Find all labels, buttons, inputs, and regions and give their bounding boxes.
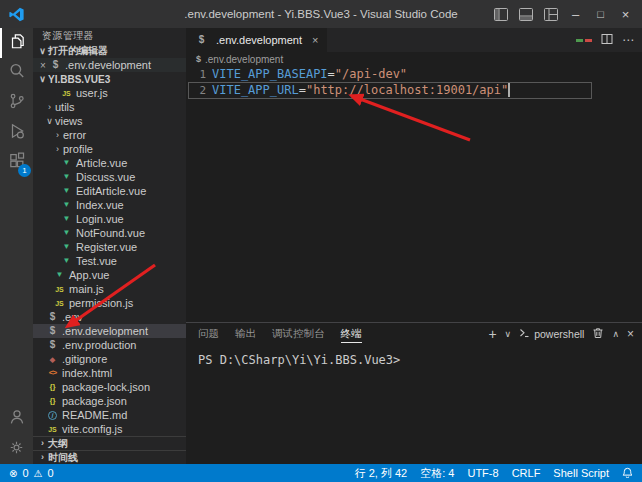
tree-item-.env.production[interactable]: $.env.production — [33, 338, 186, 352]
tree-item-package-lock.json[interactable]: {}package-lock.json — [33, 380, 186, 394]
shell-icon: $ — [195, 35, 208, 45]
tree-item-vite.config.js[interactable]: JSvite.config.js — [33, 422, 186, 436]
terminal-instance-label: powershell — [534, 328, 584, 340]
tree-item-main.js[interactable]: JSmain.js — [33, 282, 186, 296]
chevron-right-icon: › — [37, 439, 48, 448]
tab-env-development[interactable]: $ .env.development × — [186, 28, 328, 52]
tree-item-label: .env — [62, 311, 83, 323]
tree-item-label: profile — [63, 143, 93, 155]
tree-item-Article.vue[interactable]: ▼Article.vue — [33, 156, 186, 170]
search-icon — [8, 62, 26, 84]
cursor-position[interactable]: 行 2, 列 42 — [355, 466, 408, 481]
activity-extensions-button[interactable]: 1 — [0, 148, 33, 178]
activity-search-button[interactable] — [0, 58, 33, 88]
tree-item-Test.vue[interactable]: ▼Test.vue — [33, 254, 186, 268]
code-line[interactable]: 2 VITE_APP_URL="http://localhost:19001/a… — [186, 82, 642, 98]
warnings-count[interactable]: 0 — [47, 467, 53, 479]
tree-item-Index.vue[interactable]: ▼Index.vue — [33, 198, 186, 212]
terminal-instance-item[interactable]: powershell — [519, 328, 584, 340]
tree-item-README.md[interactable]: iREADME.md — [33, 408, 186, 422]
tree-item-label: main.js — [69, 283, 104, 295]
tree-item-profile[interactable]: ›profile — [33, 142, 186, 156]
tree-item-Register.vue[interactable]: ▼Register.vue — [33, 240, 186, 254]
activity-explorer-button[interactable] — [0, 28, 33, 58]
tree-item-EditArticle.vue[interactable]: ▼EditArticle.vue — [33, 184, 186, 198]
tree-item-NotFound.vue[interactable]: ▼NotFound.vue — [33, 226, 186, 240]
customize-layout-icon[interactable] — [538, 2, 563, 26]
close-icon[interactable]: × — [37, 60, 49, 71]
tree-item-label: Login.vue — [76, 213, 124, 225]
notifications-bell-icon[interactable] — [622, 467, 633, 480]
code-editor[interactable]: 1 VITE_APP_BASEAPI="/api-dev" 2 VITE_APP… — [186, 66, 642, 322]
tree-item-Discuss.vue[interactable]: ▼Discuss.vue — [33, 170, 186, 184]
close-icon[interactable]: × — [312, 34, 318, 46]
open-editor-label: .env.development — [65, 59, 151, 71]
tree-item-views[interactable]: ∨views — [33, 114, 186, 128]
vscode-window: .env.development - Yi.BBS.Vue3 - Visual … — [0, 0, 642, 482]
activity-run-debug-button[interactable] — [0, 118, 33, 148]
chevron-down-icon: ∨ — [37, 47, 48, 56]
operator: = — [299, 83, 306, 97]
tree-item-.gitignore[interactable]: ◆.gitignore — [33, 352, 186, 366]
activity-source-control-button[interactable] — [0, 88, 33, 118]
panel-tab-debug-console[interactable]: 调试控制台 — [272, 323, 325, 345]
split-editor-icon[interactable] — [601, 33, 613, 48]
minimize-button[interactable]: – — [563, 2, 588, 26]
account-button[interactable] — [0, 404, 33, 434]
tree-item-utils[interactable]: ›utils — [33, 100, 186, 114]
chevron-down-icon[interactable]: ∨ — [505, 330, 512, 339]
maximize-button[interactable]: □ — [588, 2, 613, 26]
tree-item-App.vue[interactable]: ▼App.vue — [33, 268, 186, 282]
kill-terminal-icon[interactable] — [592, 325, 604, 343]
panel-tab-output[interactable]: 输出 — [235, 323, 256, 345]
language-mode[interactable]: Shell Script — [553, 467, 609, 479]
tree-item-user.js[interactable]: JSuser.js — [33, 86, 186, 100]
terminal[interactable]: PS D:\CSharp\Yi\Yi.BBS.Vue3> — [186, 345, 642, 464]
toggle-panel-icon[interactable] — [513, 2, 538, 26]
close-panel-icon[interactable]: × — [627, 328, 634, 340]
settings-button[interactable] — [0, 434, 33, 464]
code-line[interactable]: 1 VITE_APP_BASEAPI="/api-dev" — [186, 66, 642, 82]
vue-icon: ▼ — [60, 215, 73, 223]
operator: = — [328, 67, 335, 81]
tree-item-Login.vue[interactable]: ▼Login.vue — [33, 212, 186, 226]
tree-item-label: error — [63, 129, 86, 141]
close-window-button[interactable]: × — [613, 2, 638, 26]
panel-tab-problems[interactable]: 问题 — [198, 323, 219, 345]
breadcrumb-item[interactable]: .env.development — [205, 54, 283, 65]
git-icon: ◆ — [46, 356, 59, 363]
timeline-section-header[interactable]: › 时间线 — [33, 450, 186, 464]
tree-item-error[interactable]: ›error — [33, 128, 186, 142]
account-icon — [8, 408, 26, 430]
errors-count[interactable]: 0 — [22, 467, 28, 479]
indentation[interactable]: 空格: 4 — [420, 466, 454, 481]
open-editors-header[interactable]: ∨ 打开的编辑器 — [33, 44, 186, 58]
chevron-down-icon: ∨ — [44, 117, 55, 126]
project-section-header[interactable]: ∨ YI.BBS.VUE3 — [33, 72, 186, 86]
tree-item-label: index.html — [62, 367, 112, 379]
encoding[interactable]: UTF-8 — [467, 467, 498, 479]
tree-item-permission.js[interactable]: JSpermission.js — [33, 296, 186, 310]
tree-item-package.json[interactable]: {}package.json — [33, 394, 186, 408]
sidebar-title: 资源管理器 — [33, 28, 186, 44]
json-icon: {} — [46, 383, 59, 391]
toggle-sidebar-icon[interactable] — [488, 2, 513, 26]
new-terminal-icon[interactable]: + — [488, 327, 496, 341]
tree-item-label: Test.vue — [76, 255, 117, 267]
tree-item-.env.development[interactable]: $.env.development — [33, 324, 186, 338]
vue-icon: ▼ — [60, 173, 73, 181]
editor-group: $ .env.development × ⋯ $ .env.developmen… — [186, 28, 642, 464]
more-actions-icon[interactable]: ⋯ — [622, 33, 634, 47]
tree-item-label: package-lock.json — [62, 381, 150, 393]
tree-item-label: .env.development — [62, 325, 148, 337]
outline-section-header[interactable]: › 大纲 — [33, 436, 186, 450]
vscode-logo-icon — [9, 7, 24, 22]
panel-tab-terminal[interactable]: 终端 — [341, 323, 362, 345]
breadcrumb[interactable]: $ .env.development — [186, 52, 642, 66]
eol-sequence[interactable]: CRLF — [512, 467, 541, 479]
tree-item-index.html[interactable]: <>index.html — [33, 366, 186, 380]
maximize-panel-icon[interactable]: ∧ — [612, 330, 619, 339]
tree-item-label: App.vue — [69, 269, 109, 281]
open-editor-item[interactable]: × $ .env.development — [33, 58, 186, 72]
tree-item-.env[interactable]: $.env — [33, 310, 186, 324]
